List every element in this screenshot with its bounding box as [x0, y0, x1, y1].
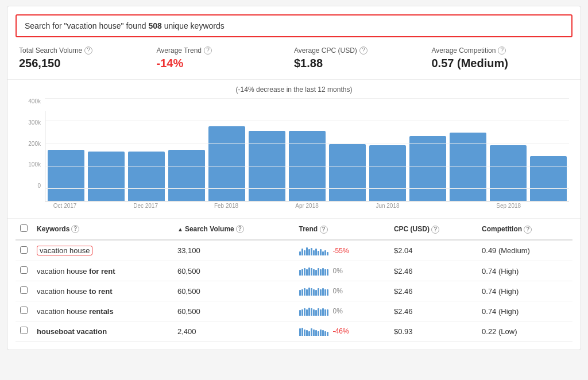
mini-bar	[304, 308, 305, 316]
mini-bar	[318, 308, 319, 316]
keyword-bold-part: to rent	[89, 287, 112, 296]
y-axis-label: 200k	[28, 141, 41, 147]
mini-bar	[320, 269, 322, 276]
y-axis-label: 300k	[28, 119, 41, 126]
table-row: vacation house to rent60,5000%$2.460.74 …	[16, 281, 572, 301]
row-checkbox-3[interactable]	[20, 307, 28, 314]
search-suffix: unique keywords	[162, 21, 225, 30]
mini-bar	[304, 288, 305, 296]
keyword-bold-part: for rent	[89, 267, 115, 276]
mini-bar	[299, 270, 301, 276]
row-checkbox-0[interactable]	[20, 246, 28, 254]
bar-col	[369, 111, 406, 201]
row-checkbox-1[interactable]	[20, 266, 28, 274]
trend-value-1: 0%	[333, 267, 343, 275]
mini-bar	[324, 331, 326, 336]
mini-bar	[318, 331, 319, 336]
competition-cell-3: 0.74 (High)	[477, 301, 572, 321]
metric-info-icon-2[interactable]: ?	[359, 46, 368, 55]
keyword-cell-4: houseboat vacation	[32, 321, 173, 342]
bar-col	[88, 111, 125, 201]
competition-cell-1: 0.74 (High)	[477, 261, 572, 281]
grid-line	[45, 98, 569, 99]
mini-bar	[311, 328, 312, 336]
y-axis-label: 0	[37, 183, 41, 189]
keyword-text: vacation house for rent	[37, 267, 115, 276]
trend-content-0: -55%	[299, 246, 385, 255]
y-axis: 400k300k200k100k0	[19, 98, 43, 189]
metrics-row: Total Search Volume ? 256,150 Average Tr…	[7, 37, 581, 80]
mini-bar	[327, 309, 328, 316]
mini-bars-2	[299, 286, 328, 296]
trend-content-1: 0%	[299, 266, 385, 276]
bar	[168, 150, 205, 201]
th-keywords-label: Keywords ?	[37, 225, 79, 233]
bar	[329, 144, 366, 201]
th-checkbox	[16, 219, 32, 240]
trend-content-3: 0%	[299, 307, 385, 316]
x-axis-label: Oct 2017	[45, 203, 85, 209]
metric-value-1: -14%	[157, 57, 295, 70]
mini-bar	[301, 249, 303, 255]
mini-bar	[313, 289, 315, 296]
row-checkbox-2[interactable]	[20, 286, 28, 294]
trend-value-3: 0%	[333, 307, 343, 315]
mini-bar	[318, 288, 319, 296]
search-text: Search for "vacation house" found	[25, 21, 148, 30]
mini-bar	[299, 328, 301, 336]
chart-title: (-14% decrease in the last 12 months)	[19, 86, 569, 94]
mini-bar	[324, 269, 326, 276]
mini-bar	[315, 249, 317, 255]
cpc-info-icon[interactable]: ?	[431, 226, 439, 234]
competition-cell-4: 0.22 (Low)	[477, 321, 572, 342]
trend-value-4: -46%	[333, 327, 349, 335]
mini-bar	[311, 268, 312, 276]
keyword-text: houseboat vacation	[37, 327, 107, 336]
mini-bar	[311, 248, 312, 255]
keyword-highlight: vacation house	[37, 246, 92, 255]
mini-bar	[320, 309, 322, 316]
volume-info-icon[interactable]: ?	[236, 225, 244, 233]
mini-bar	[327, 289, 328, 296]
bar-col	[48, 111, 84, 201]
keyword-bold-part: rentals	[89, 307, 114, 316]
select-all-checkbox[interactable]	[20, 224, 28, 232]
x-axis-label: Apr 2018	[287, 203, 327, 209]
trend-info-icon[interactable]: ?	[320, 226, 328, 234]
mini-bar	[304, 329, 305, 336]
th-keywords: Keywords ?	[32, 219, 173, 240]
mini-bar	[324, 289, 326, 296]
competition-cell-2: 0.74 (High)	[477, 281, 572, 301]
mini-bar	[313, 329, 315, 336]
row-checkbox-4[interactable]	[20, 327, 28, 334]
th-competition: Competition ?	[477, 219, 572, 240]
trend-cell-0: -55%	[295, 240, 389, 261]
mini-bar	[327, 269, 328, 276]
th-volume-label: ▲ Search Volume ?	[177, 225, 244, 233]
metric-info-icon-3[interactable]: ?	[498, 46, 506, 55]
keyword-cell-3: vacation house rentals	[32, 301, 173, 321]
keywords-info-icon[interactable]: ?	[71, 225, 79, 233]
mini-bar	[324, 250, 326, 255]
row-checkbox-cell-4	[16, 321, 32, 342]
mini-bar	[306, 269, 308, 276]
x-axis-label: Sep 2018	[489, 203, 529, 209]
competition-info-icon[interactable]: ?	[524, 226, 532, 234]
mini-bar	[324, 309, 326, 316]
metric-info-icon-1[interactable]: ?	[204, 46, 212, 55]
mini-bar	[306, 309, 308, 316]
mini-bar	[318, 268, 319, 276]
volume-cell-0: 33,100	[173, 240, 295, 261]
keyword-cell-0: vacation house	[32, 240, 173, 261]
x-axis-label	[85, 203, 125, 209]
bars-container	[45, 111, 569, 201]
x-axis-label	[448, 203, 488, 209]
cpc-cell-4: $0.93	[389, 321, 477, 342]
bar	[249, 131, 285, 201]
trend-value-2: 0%	[333, 287, 343, 295]
mini-bar	[320, 289, 322, 296]
mini-bar	[308, 288, 310, 296]
metric-info-icon-0[interactable]: ?	[84, 46, 92, 55]
trend-content-4: -46%	[299, 327, 385, 336]
metric-2: Average CPC (USD) ? $1.88	[294, 46, 432, 70]
